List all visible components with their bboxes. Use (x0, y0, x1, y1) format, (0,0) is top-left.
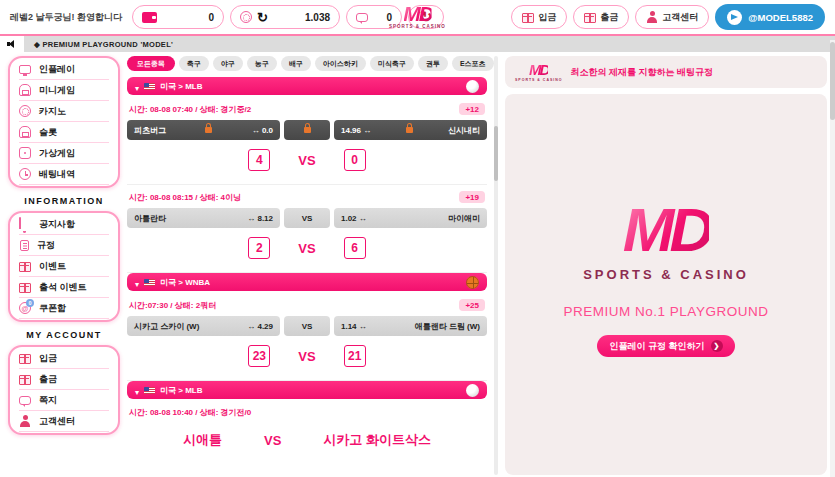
tab-baseball[interactable]: 야구 (213, 56, 243, 71)
sidebar-menu-box: 인플레이 미니게임 카지노 슬롯 가상게임 배팅내역 (8, 56, 120, 188)
wallet-icon (142, 12, 157, 23)
lock-icon (205, 127, 212, 133)
page-scrollbar-thumb[interactable] (830, 42, 835, 120)
basketball-icon (466, 276, 479, 289)
wallet-balance-pill[interactable]: 0 (132, 5, 224, 29)
minigame-icon (19, 84, 31, 96)
virtual-game-icon (19, 147, 31, 159)
more-markets-badge[interactable]: +25 (459, 299, 485, 311)
away-team-name: 시카고 화이트삭스 (323, 431, 431, 449)
tab-volleyball[interactable]: 배구 (281, 56, 311, 71)
sidebar-item-attendance-event[interactable]: 출석 이벤트 (19, 277, 109, 298)
deposit-button[interactable]: 입금 (511, 5, 567, 29)
sidebar-item-label: 출석 이벤트 (39, 281, 87, 294)
tab-esports[interactable]: E스포츠 (452, 56, 494, 71)
tab-boxing[interactable]: 권투 (418, 56, 448, 71)
vs-label: VS (302, 214, 313, 223)
chevron-down-icon (135, 77, 139, 95)
away-odds-button[interactable]: 14.96 ↔ 신시내티 (334, 120, 487, 140)
inplay-rules-label: 인플레이 규정 확인하기 (609, 340, 704, 353)
page-scrollbar[interactable] (830, 40, 835, 477)
chip-refresh-icon[interactable] (257, 10, 268, 25)
sidebar-item-note[interactable]: 쪽지 (19, 390, 109, 411)
content-scrollbar-thumb[interactable] (494, 126, 498, 181)
message-icon (356, 13, 368, 22)
sidebar-item-withdraw[interactable]: 출금 (19, 369, 109, 390)
home-odds-button[interactable]: 아틀란타 ↔ 8.12 (127, 208, 280, 228)
league-title: 미국 > MLB (160, 81, 202, 92)
logo-subtitle: SPORTS & CASINO (515, 79, 562, 83)
league-header[interactable]: 미국 > WNBA (127, 273, 487, 291)
sport-tabs: 모든종목 축구 야구 농구 배구 아이스하키 미식축구 권투 E스포츠 (127, 56, 487, 71)
telegram-button[interactable]: @MODEL5882 (715, 4, 825, 30)
sidebar-item-casino[interactable]: 카지노 (19, 101, 109, 122)
tab-basketball[interactable]: 농구 (247, 56, 277, 71)
support-button[interactable]: 고객센터 (635, 5, 709, 29)
tab-soccer[interactable]: 축구 (179, 56, 209, 71)
sidebar-item-bet-history[interactable]: 배팅내역 (19, 164, 109, 185)
draw-odds-button[interactable]: VS (284, 208, 330, 228)
match-row: 시간: 08-08 08:15 / 상태: 4이닝 +19 아틀란타 ↔ 8.1… (127, 185, 487, 273)
home-odds-value: ↔ 0.0 (252, 126, 273, 135)
tab-hockey[interactable]: 아이스하키 (315, 56, 366, 71)
brand-logo-large: MD (623, 194, 709, 265)
rules-banner[interactable]: MD SPORTS & CASINO 최소한의 제재를 지향하는 배팅규정 (505, 56, 827, 88)
sidebar-item-coupon[interactable]: @0 쿠폰함 (19, 298, 109, 319)
brand-logo-subtitle: SPORTS & CASINO (583, 267, 749, 282)
sidebar-item-minigame[interactable]: 미니게임 (19, 80, 109, 101)
sidebar-item-support[interactable]: 고객센터 (19, 411, 109, 432)
sidebar-account-box: 입금 출금 쪽지 고객센터 (8, 345, 120, 435)
league-title: 미국 > MLB (160, 385, 202, 396)
logo-text: MD (529, 62, 548, 77)
tab-football[interactable]: 미식축구 (370, 56, 414, 71)
sidebar-item-notice[interactable]: 공지사항 (19, 214, 109, 235)
vs-label: VS (264, 433, 281, 448)
withdraw-label: 출금 (600, 11, 618, 24)
sidebar-item-label: 인플레이 (39, 63, 75, 76)
away-odds-button[interactable]: 1.02 ↔ 마이애미 (334, 208, 487, 228)
withdraw-icon (584, 13, 596, 23)
league-block-mlb-1: 미국 > MLB 시간: 08-08 07:40 / 상태: 경기중/2 +12… (127, 77, 487, 273)
chip-balance-pill[interactable]: 1.038 (230, 5, 340, 29)
sidebar-item-inplay[interactable]: 인플레이 (19, 59, 109, 80)
home-score: 23 (248, 345, 270, 367)
sidebar-item-rules[interactable]: 규정 (19, 235, 109, 256)
away-score: 6 (344, 237, 366, 259)
sidebar-item-label: 입금 (39, 352, 57, 365)
league-header[interactable]: 미국 > MLB (127, 381, 487, 399)
inplay-rules-button[interactable]: 인플레이 규정 확인하기 ❯ (597, 335, 734, 357)
home-odds-value: ↔ 8.12 (247, 214, 273, 223)
draw-odds-button[interactable]: VS (284, 316, 330, 336)
match-time-status: 시간: 08-08 08:15 / 상태: 4이닝 (129, 192, 241, 203)
promo-tagline: PREMIUM No.1 PLAYGROUND (564, 304, 769, 319)
odds-row-locked: 피츠버그 ↔ 0.0 14.96 ↔ 신시내티 (127, 120, 487, 140)
vs-label: VS (302, 322, 313, 331)
draw-odds-button[interactable] (284, 120, 330, 140)
sidebar-item-virtual[interactable]: 가상게임 (19, 143, 109, 164)
speaker-icon (7, 40, 18, 49)
vs-label: VS (298, 349, 315, 364)
league-header[interactable]: 미국 > MLB (127, 77, 487, 95)
home-odds-button[interactable]: 피츠버그 ↔ 0.0 (127, 120, 280, 140)
sidebar-item-event[interactable]: 이벤트 (19, 256, 109, 277)
content-scrollbar[interactable] (494, 56, 498, 475)
odds-row: 아틀란타 ↔ 8.12 VS 1.02 ↔ 마이애미 (127, 208, 487, 228)
usa-flag-icon (144, 387, 155, 394)
home-team-name: 아틀란타 (134, 213, 166, 224)
tab-all-sports[interactable]: 모든종목 (127, 56, 175, 71)
logo-text: MD (403, 3, 432, 24)
more-markets-badge[interactable]: +19 (459, 191, 485, 203)
home-odds-button[interactable]: 시카고 스카이 (W) ↔ 4.29 (127, 316, 280, 336)
sidebar: 인플레이 미니게임 카지노 슬롯 가상게임 배팅내역 I (8, 56, 120, 475)
telegram-handle: @MODEL5882 (748, 12, 813, 23)
sidebar-item-slots[interactable]: 슬롯 (19, 122, 109, 143)
withdraw-button[interactable]: 출금 (573, 5, 629, 29)
site-logo[interactable]: MD SPORTS & CASINO (389, 3, 446, 30)
document-icon (20, 240, 29, 251)
away-odds-button[interactable]: 1.14 ↔ 애틀랜타 드림 (W) (334, 316, 487, 336)
gift-icon (19, 283, 31, 293)
support-label: 고객센터 (662, 11, 698, 24)
sidebar-item-deposit[interactable]: 입금 (19, 348, 109, 369)
more-markets-badge[interactable]: +12 (459, 103, 485, 115)
match-time-status: 시간: 08-08 07:40 / 상태: 경기중/2 (129, 104, 251, 115)
